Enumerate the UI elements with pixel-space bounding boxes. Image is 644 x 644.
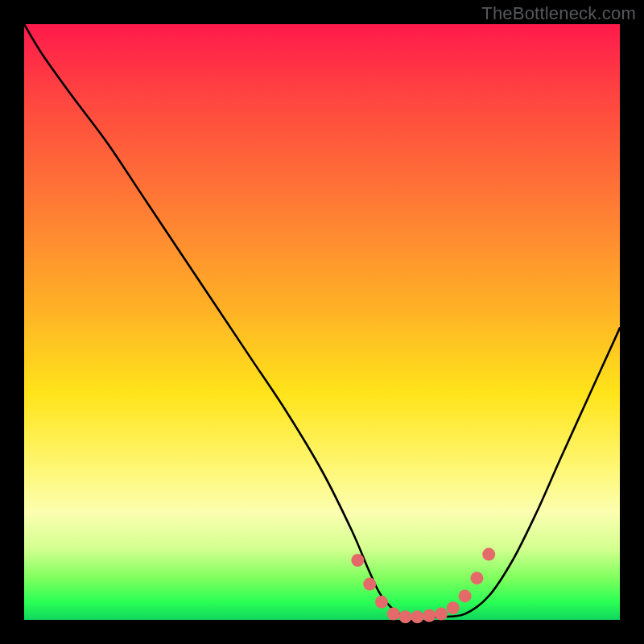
- marker-dot: [411, 610, 423, 623]
- marker-dot: [351, 554, 364, 567]
- marker-dot: [459, 589, 472, 602]
- marker-dot: [363, 578, 376, 591]
- marker-dot: [387, 608, 400, 621]
- marker-dot: [482, 548, 495, 561]
- marker-dot: [375, 596, 388, 609]
- plot-area: [24, 24, 620, 620]
- bottleneck-curve: [24, 24, 620, 617]
- chart-frame: TheBottleneck.com: [0, 0, 644, 644]
- marker-dot: [470, 572, 483, 584]
- marker-dot: [423, 609, 436, 622]
- marker-dot: [447, 601, 460, 614]
- highlight-dots: [351, 548, 495, 624]
- marker-dot: [399, 610, 412, 623]
- attribution-label: TheBottleneck.com: [481, 3, 636, 24]
- marker-dot: [435, 608, 448, 621]
- chart-svg: [24, 24, 620, 620]
